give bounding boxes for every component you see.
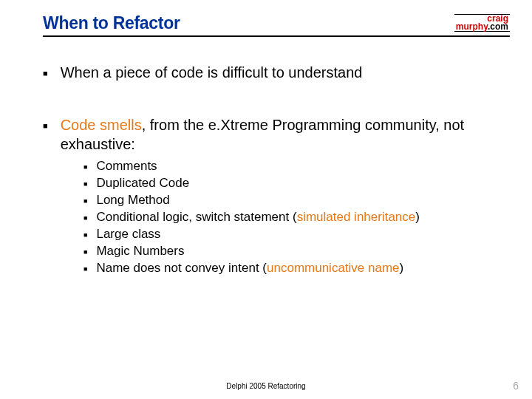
logo-murphy: murphy (456, 21, 488, 32)
sub-item-comments: ■ Comments (83, 158, 494, 175)
uncommunicative-name-highlight: uncommunicative name (267, 261, 400, 275)
logo-dotcom: .com (488, 21, 508, 32)
square-bullet-icon: ■ (43, 68, 48, 78)
title-row: When to Refactor craig murphy.com (43, 13, 510, 33)
bullet-2-text: Code smells, from the e.Xtreme Programmi… (61, 115, 494, 154)
sub-text: Large class (96, 226, 160, 243)
content-area: ■ When a piece of code is difficult to u… (43, 63, 494, 277)
footer-text: Delphi 2005 Refactoring (0, 382, 532, 390)
sub-item-duplicated: ■ Duplicated Code (83, 175, 494, 192)
square-bullet-icon: ■ (83, 163, 87, 171)
square-bullet-icon: ■ (43, 120, 48, 131)
square-bullet-icon: ■ (83, 248, 87, 256)
sub-item-longmethod: ■ Long Method (83, 192, 494, 209)
sub-item-conditional: ■ Conditional logic, switch statement (s… (83, 209, 494, 226)
square-bullet-icon: ■ (83, 265, 87, 273)
page-number: 6 (513, 380, 519, 392)
sub-text: Conditional logic, switch statement (sim… (96, 209, 420, 226)
square-bullet-icon: ■ (83, 197, 87, 205)
sub-text: Long Method (96, 192, 169, 209)
bullet-item-2: ■ Code smells, from the e.Xtreme Program… (43, 115, 494, 154)
logo-line2: murphy.com (456, 23, 508, 31)
square-bullet-icon: ■ (83, 180, 87, 188)
logo-craigmurphy: craig murphy.com (454, 14, 510, 32)
square-bullet-icon: ■ (83, 214, 87, 222)
simulated-inheritance-highlight: simulated inheritance (297, 210, 416, 224)
sub-text: Comments (96, 158, 157, 175)
sub-item-largeclass: ■ Large class (83, 226, 494, 243)
sub-text: Magic Numbers (96, 243, 184, 260)
sub-item-magicnumbers: ■ Magic Numbers (83, 243, 494, 260)
sub-text: Name does not convey intent (uncommunica… (96, 260, 403, 277)
bullet-1-text: When a piece of code is difficult to und… (61, 63, 363, 82)
sub-text: Duplicated Code (96, 175, 189, 192)
header-area: When to Refactor craig murphy.com (43, 13, 510, 37)
square-bullet-icon: ■ (83, 231, 87, 239)
header-divider (43, 35, 510, 37)
bullet-item-1: ■ When a piece of code is difficult to u… (43, 63, 494, 82)
sub-bullet-list: ■ Comments ■ Duplicated Code ■ Long Meth… (83, 158, 494, 277)
code-smells-highlight: Code smells (61, 117, 142, 133)
slide-title: When to Refactor (43, 13, 180, 33)
sub-item-naming: ■ Name does not convey intent (uncommuni… (83, 260, 494, 277)
